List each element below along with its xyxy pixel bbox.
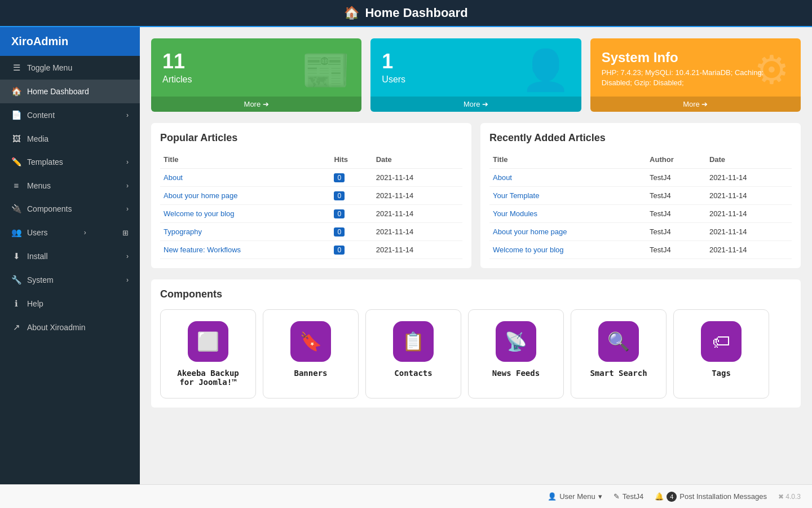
sidebar-item-system[interactable]: 🔧 System › — [0, 268, 140, 292]
notification-count: 4 — [667, 492, 677, 502]
component-icon-tags: 🏷 — [701, 321, 742, 362]
recent-articles-panel: Recently Added Articles Title Author Dat… — [480, 123, 801, 268]
stat-cards: 11 Articles 📰 More ➔ 1 Users 👤 More ➔ Sy… — [151, 38, 801, 112]
notifications-item[interactable]: 🔔 4 Post Installation Messages — [655, 492, 767, 502]
users-more-link[interactable]: More ➔ — [370, 97, 581, 112]
article-link[interactable]: About — [164, 173, 183, 182]
article-link[interactable]: New feature: Workflows — [164, 246, 241, 254]
sidebar-item-install[interactable]: ⬇ Install › — [0, 244, 140, 268]
system-icon: 🔧 — [11, 275, 21, 285]
article-link[interactable]: About — [493, 173, 512, 182]
recent-articles-table: Title Author Date About TestJ4 2021-11-1… — [489, 151, 792, 259]
article-date: 2021-11-14 — [706, 187, 792, 205]
version-text: ✖ 4.0.3 — [778, 493, 801, 501]
table-row: About your home page TestJ4 2021-11-14 — [489, 223, 792, 241]
content-icon: 📄 — [11, 110, 21, 120]
home-dashboard-icon: 🏠 — [11, 86, 21, 97]
article-link[interactable]: About your home page — [493, 227, 567, 236]
grid-icon: ⊞ — [122, 229, 129, 237]
recent-articles-title: Recently Added Articles — [489, 132, 792, 144]
component-name-smartsearch: Smart Search — [590, 369, 647, 378]
hits-badge: 0 — [334, 173, 345, 182]
sidebar-brand: XiroAdmin — [0, 27, 140, 56]
sidebar-item-toggle-menu[interactable]: ☰ Toggle Menu — [0, 56, 140, 80]
component-card-smartsearch[interactable]: 🔍 Smart Search — [571, 309, 667, 398]
sidebar-label-templates: Templates — [27, 157, 63, 167]
sidebar-item-about[interactable]: ↗ About Xiroadmin — [0, 316, 140, 339]
user-menu-icon: 👤 — [548, 492, 557, 501]
popular-articles-title: Popular Articles — [160, 132, 462, 144]
sidebar-label-toggle-menu: Toggle Menu — [27, 63, 72, 72]
hits-badge: 0 — [334, 191, 345, 200]
sidebar-label-media: Media — [27, 134, 48, 143]
article-date: 2021-11-14 — [706, 241, 792, 259]
article-date: 2021-11-14 — [373, 241, 462, 259]
system-more-link[interactable]: More ➔ — [590, 97, 801, 112]
edit-user-item[interactable]: ✎ TestJ4 — [614, 492, 644, 501]
templates-chevron: › — [126, 158, 129, 166]
articles-stat-card[interactable]: 11 Articles 📰 More ➔ — [151, 38, 361, 112]
table-row: About your home page 0 2021-11-14 — [160, 187, 462, 205]
components-chevron: › — [126, 205, 129, 213]
media-icon: 🖼 — [11, 134, 21, 143]
article-date: 2021-11-14 — [373, 169, 462, 187]
article-link[interactable]: About your home page — [164, 191, 238, 200]
sidebar-item-home-dashboard[interactable]: 🏠 Home Dashboard — [0, 80, 140, 103]
components-title: Components — [160, 288, 792, 300]
sidebar-item-media[interactable]: 🖼 Media — [0, 127, 140, 150]
sidebar-label-menus: Menus — [27, 181, 51, 190]
component-name-tags: Tags — [712, 369, 731, 378]
articles-more-link[interactable]: More ➔ — [151, 97, 361, 112]
component-card-tags[interactable]: 🏷 Tags — [673, 309, 769, 398]
users-chevron: › — [84, 229, 86, 237]
article-author: TestJ4 — [646, 187, 706, 205]
component-card-akeeba[interactable]: ⬜ Akeeba Backup for Joomla!™ — [160, 309, 256, 398]
sidebar-label-users: Users — [27, 228, 48, 237]
table-row: Your Modules TestJ4 2021-11-14 — [489, 205, 792, 223]
users-bg-icon: 👤 — [521, 47, 570, 93]
article-link[interactable]: Your Modules — [493, 209, 537, 218]
component-card-newsfeeds[interactable]: 📡 News Feeds — [468, 309, 564, 398]
table-row: About TestJ4 2021-11-14 — [489, 169, 792, 187]
home-icon: 🏠 — [344, 6, 359, 20]
sidebar-item-menus[interactable]: ≡ Menus › — [0, 174, 140, 197]
system-stat-card[interactable]: System Info PHP: 7.4.23; MySQLi: 10.4.21… — [590, 38, 801, 112]
component-card-contacts[interactable]: 📋 Contacts — [365, 309, 461, 398]
component-icon-banners: 🔖 — [290, 321, 331, 362]
article-author: TestJ4 — [646, 223, 706, 241]
sidebar-item-help[interactable]: ℹ Help — [0, 292, 140, 316]
popular-col-title: Title — [160, 151, 330, 169]
article-date: 2021-11-14 — [373, 223, 462, 241]
popular-col-hits: Hits — [330, 151, 372, 169]
sidebar-item-templates[interactable]: ✏️ Templates › — [0, 150, 140, 174]
component-name-newsfeeds: News Feeds — [492, 369, 540, 378]
article-link[interactable]: Your Template — [493, 191, 539, 200]
article-author: TestJ4 — [646, 205, 706, 223]
user-menu-item[interactable]: 👤 User Menu ▾ — [548, 492, 602, 501]
table-row: Welcome to your blog 0 2021-11-14 — [160, 205, 462, 223]
components-icon: 🔌 — [11, 204, 21, 214]
hits-badge: 0 — [334, 227, 345, 237]
component-name-banners: Banners — [294, 369, 327, 378]
sidebar-label-home-dashboard: Home Dashboard — [27, 87, 89, 96]
user-menu-label: User Menu — [559, 492, 595, 501]
about-icon: ↗ — [11, 322, 21, 332]
article-date: 2021-11-14 — [373, 187, 462, 205]
article-link[interactable]: Typography — [164, 227, 202, 236]
component-icon-newsfeeds: 📡 — [496, 321, 536, 362]
component-card-banners[interactable]: 🔖 Banners — [263, 309, 359, 398]
article-link[interactable]: Welcome to your blog — [164, 209, 235, 218]
sidebar-item-content[interactable]: 📄 Content › — [0, 103, 140, 127]
users-icon: 👥 — [11, 227, 21, 238]
article-link[interactable]: Welcome to your blog — [493, 246, 564, 254]
version-item: ✖ 4.0.3 — [778, 493, 801, 501]
table-row: Your Template TestJ4 2021-11-14 — [489, 187, 792, 205]
sidebar: XiroAdmin ☰ Toggle Menu 🏠 Home Dashboard… — [0, 27, 140, 484]
user-name: TestJ4 — [623, 492, 644, 501]
menus-chevron: › — [126, 182, 129, 190]
sidebar-item-users[interactable]: 👥 Users › ⊞ — [0, 221, 140, 244]
sidebar-item-components[interactable]: 🔌 Components › — [0, 197, 140, 221]
sidebar-label-install: Install — [27, 252, 48, 261]
users-stat-card[interactable]: 1 Users 👤 More ➔ — [370, 38, 581, 112]
menus-icon: ≡ — [11, 181, 21, 190]
